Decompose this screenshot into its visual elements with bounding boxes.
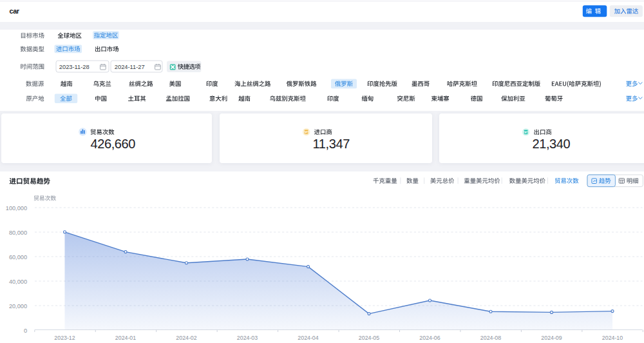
svg-text:2024-04: 2024-04 — [298, 335, 318, 341]
svg-text:2024-05: 2024-05 — [359, 335, 379, 341]
svg-text:2024-03: 2024-03 — [237, 335, 258, 341]
svg-text:2024-02: 2024-02 — [176, 335, 196, 341]
svg-text:0: 0 — [24, 328, 27, 334]
svg-text:80,000: 80,000 — [9, 230, 27, 236]
svg-text:60,000: 60,000 — [9, 254, 27, 260]
svg-text:11,347: 11,347 — [313, 137, 350, 151]
svg-text:100,000: 100,000 — [6, 205, 27, 211]
svg-text:2024-09: 2024-09 — [541, 335, 562, 341]
svg-text:2024-01: 2024-01 — [115, 335, 136, 341]
svg-text:2024-08: 2024-08 — [480, 335, 501, 341]
svg-text:2024-06: 2024-06 — [419, 335, 440, 341]
svg-text:2024-10: 2024-10 — [602, 335, 623, 341]
svg-text:car: car — [10, 7, 20, 15]
svg-text:21,340: 21,340 — [533, 137, 571, 151]
svg-text:40,000: 40,000 — [9, 279, 27, 285]
svg-text:2023-11-28: 2023-11-28 — [59, 64, 90, 70]
svg-text:20,000: 20,000 — [9, 303, 27, 309]
svg-text:2024-11-27: 2024-11-27 — [115, 64, 145, 70]
svg-text:2023-12: 2023-12 — [54, 335, 75, 341]
svg-text:426,660: 426,660 — [91, 137, 136, 151]
